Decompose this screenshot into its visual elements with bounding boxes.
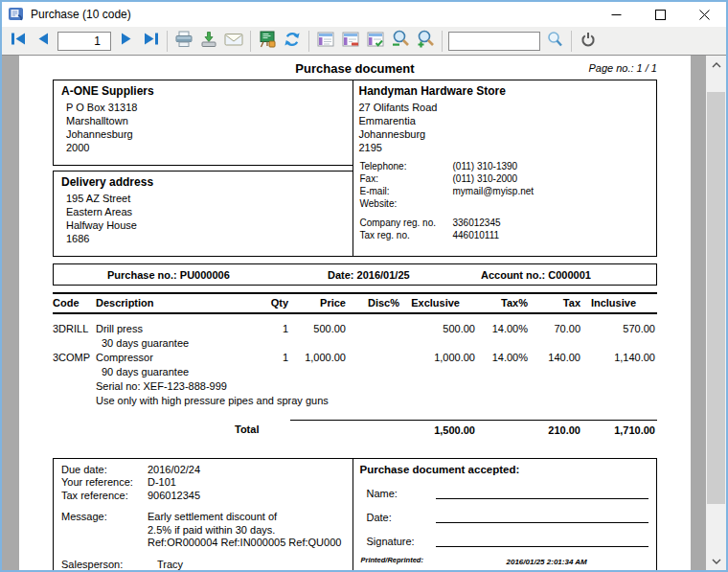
item-inclusive: 570.00 — [582, 313, 657, 336]
first-page-icon — [11, 32, 27, 50]
acceptance-field-label: Date: — [367, 512, 436, 523]
table-note-row: Use only with high pressure pipes and sp… — [53, 394, 657, 408]
contact-value: (011) 310-2000 — [453, 172, 657, 185]
printed-row: Printed/Reprinted: 2016/01/25 2:01:34 AM — [361, 549, 649, 566]
toolbar-separator — [250, 31, 251, 52]
item-price: 1,000.00 — [290, 351, 348, 365]
column-header: Disc% — [348, 293, 401, 313]
zoom-button[interactable] — [389, 30, 412, 53]
company-address-line: Johannesburg — [359, 127, 657, 141]
column-header: Description — [96, 293, 235, 313]
company-contact-row: E-mail: mymail@myisp.net — [360, 185, 657, 197]
scroll-down-button[interactable] — [706, 552, 726, 570]
supplier-address-line: Marshalltown — [66, 114, 353, 127]
vertical-scrollbar[interactable] — [706, 56, 726, 570]
search-input[interactable] — [448, 32, 540, 51]
total-tax: 210.00 — [530, 420, 582, 438]
report-layout-remove-button[interactable] — [339, 30, 362, 53]
item-disc — [348, 351, 401, 365]
zoom-in-button[interactable] — [414, 30, 437, 53]
page-number-input[interactable] — [57, 32, 111, 51]
total-row: Total 1,500.00 210.00 1,710.00 — [53, 420, 657, 438]
purchase-date: Date: 2016/01/25 — [328, 269, 410, 281]
report-layout-button[interactable] — [314, 30, 337, 53]
design-report-button[interactable] — [256, 30, 279, 53]
column-header: Price — [290, 293, 348, 313]
toolbar-separator — [442, 31, 443, 52]
document-page: Purchase document Page no.: 1 / 1 A-ONE … — [19, 56, 691, 570]
scroll-up-button[interactable] — [706, 56, 726, 74]
signature-line — [436, 534, 649, 547]
item-taxpct: 14.00% — [477, 313, 530, 336]
refresh-button[interactable] — [281, 30, 304, 53]
refresh-icon — [284, 31, 301, 52]
zoom-icon — [391, 30, 410, 52]
company-address-line: 27 Olifants Road — [359, 101, 657, 114]
maximize-button[interactable] — [638, 2, 682, 27]
terms-row: Due date: 2016/02/24 — [61, 464, 349, 477]
contact-label: E-mail: — [360, 185, 453, 197]
last-page-button[interactable] — [139, 30, 162, 53]
print-button[interactable] — [172, 30, 195, 53]
next-page-button[interactable] — [114, 30, 137, 53]
item-note: 90 days guarantee — [96, 365, 657, 379]
item-tax: 70.00 — [530, 313, 582, 336]
reg-label: Tax reg. no. — [360, 229, 453, 241]
app-window: Purchase (10 code) — [0, 0, 728, 572]
item-exclusive: 1,000.00 — [401, 351, 477, 365]
terms-label: Your reference: — [61, 476, 148, 490]
report-layout-apply-button[interactable] — [364, 30, 387, 53]
item-qty: 1 — [235, 313, 290, 336]
acceptance-title: Purchase document accepted: — [360, 464, 649, 475]
search-button[interactable] — [543, 30, 566, 53]
contact-value — [453, 197, 657, 210]
terms-box: Due date: 2016/02/24 Your reference: D-1… — [53, 458, 353, 571]
purchase-number: Purchase no.: PU000006 — [107, 269, 230, 281]
minimize-button[interactable] — [594, 2, 638, 27]
design-board-icon — [258, 31, 277, 52]
table-note-row: Serial no: XEF-123-888-999 — [53, 379, 657, 394]
company-reg-row: Tax reg. no. 446010111 — [360, 229, 657, 241]
delivery-address-line: 195 AZ Street — [66, 192, 353, 205]
message-row: Message: Early settlement discount of 2.… — [61, 511, 349, 550]
item-description: Compressor — [96, 351, 235, 365]
company-address-line: 2195 — [359, 141, 657, 154]
next-page-icon — [119, 32, 133, 50]
close-button[interactable] — [682, 2, 726, 27]
supplier-address-line: P O Box 31318 — [66, 101, 353, 114]
delivery-address-line: Halfway House — [66, 218, 353, 232]
scrollbar-thumb[interactable] — [707, 92, 725, 504]
message-line: Early settlement discount of — [148, 511, 349, 524]
printed-timestamp: 2016/01/25 2:01:34 AM — [507, 558, 587, 566]
acceptance-field: Name: — [359, 486, 649, 499]
email-button[interactable] — [222, 30, 245, 53]
title-bar: Purchase (10 code) — [2, 2, 726, 27]
table-note-row: 30 days guarantee — [53, 336, 657, 351]
item-code: 3DRILL — [53, 313, 96, 336]
total-exclusive: 1,500.00 — [401, 420, 477, 438]
item-tax: 140.00 — [530, 351, 582, 365]
delivery-address-line: 1686 — [66, 232, 353, 245]
address-section: A-ONE Suppliers P O Box 31318 Marshallto… — [53, 80, 657, 257]
supplier-box: A-ONE Suppliers P O Box 31318 Marshallto… — [53, 80, 353, 166]
email-icon — [224, 32, 243, 51]
close-preview-button[interactable] — [577, 30, 600, 53]
terms-row: Your reference: D-101 — [61, 476, 349, 490]
reg-label: Company reg. no. — [360, 217, 453, 229]
table-row: 3DRILL Drill press 1 500.00 500.00 14.00… — [53, 313, 657, 336]
supplier-address-line: 2000 — [66, 141, 353, 154]
export-icon — [199, 31, 218, 52]
item-disc — [348, 313, 401, 336]
export-button[interactable] — [197, 30, 220, 53]
previous-page-button[interactable] — [32, 30, 55, 53]
salesperson-row: Salesperson: Tracy — [61, 559, 349, 571]
table-note-row: 90 days guarantee — [53, 365, 657, 379]
terms-label: Due date: — [61, 464, 148, 477]
acceptance-field: Signature: — [359, 534, 649, 547]
contact-label: Telephone: — [360, 160, 453, 172]
terms-label: Tax reference: — [61, 490, 148, 503]
table-header-row: Code Description Qty Price Disc% Exclusi… — [53, 293, 657, 313]
acceptance-field-label: Name: — [367, 488, 436, 499]
item-code: 3COMP — [53, 351, 96, 365]
first-page-button[interactable] — [7, 30, 30, 53]
